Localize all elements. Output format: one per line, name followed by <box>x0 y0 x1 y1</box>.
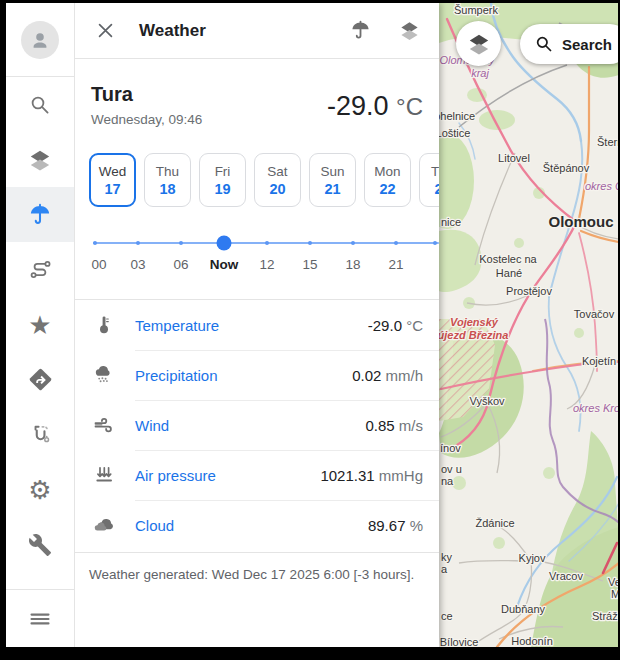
map-label: Vracov <box>549 570 583 582</box>
map-label: Tovačov <box>574 308 615 320</box>
map-label: Kostelec na <box>479 253 537 265</box>
day-card-sat-20[interactable]: Sat 20 <box>254 153 301 207</box>
day-card-fri-19[interactable]: Fri 19 <box>199 153 246 207</box>
slider-label: 18 <box>345 257 360 272</box>
map-label: Strážnice <box>592 610 618 622</box>
map-label: kraj <box>471 67 489 79</box>
layers-icon <box>466 31 492 57</box>
sidebar-item-navigation[interactable] <box>6 352 74 407</box>
location-datetime: Wednesday, 09:46 <box>91 112 202 127</box>
map-view[interactable]: Šumperk Olomoucký kraj Mohelnice Loštice… <box>439 3 618 647</box>
weather-details: Temperature -29.0 °C Precipitation 0.02 … <box>75 299 439 550</box>
day-card-sun-21[interactable]: Sun 21 <box>309 153 356 207</box>
map-label: Olomouc <box>548 213 613 230</box>
map-label: na <box>441 475 454 487</box>
slider-tick <box>179 241 183 245</box>
weather-layers-button[interactable] <box>398 19 421 42</box>
map-label: okres Kroměříž <box>573 402 618 414</box>
sidebar-item-layers[interactable] <box>6 132 74 187</box>
day-selector: Wed 17 Thu 18 Fri 19 Sat 20 Sun 21 Mon 2… <box>75 133 439 207</box>
day-card-mon-22[interactable]: Mon 22 <box>364 153 411 207</box>
map-label: Kyjov <box>519 552 546 564</box>
wrench-icon <box>28 533 52 557</box>
detail-row-precipitation[interactable]: Precipitation 0.02 mm/h <box>75 350 439 400</box>
slider-label: 03 <box>130 257 145 272</box>
weather-generated-note: Weather generated: Wed Dec 17 2025 6:00 … <box>75 552 439 602</box>
map-label: Dubňany <box>501 603 546 615</box>
map-label: Litovel <box>498 152 530 164</box>
map-label: újezd Březina <box>439 329 508 341</box>
sidebar-item-menu[interactable] <box>6 589 74 647</box>
navigation-icon <box>28 367 53 392</box>
slider-tick <box>93 241 97 245</box>
close-button[interactable] <box>89 15 121 47</box>
map-label: Ve <box>608 576 618 588</box>
weather-source-button[interactable] <box>349 19 372 42</box>
app-window: ★ ⚙ <box>6 3 618 647</box>
slider-label: 12 <box>259 257 274 272</box>
map-label: Kojetín <box>582 355 616 367</box>
map-label: Loštice <box>439 127 470 139</box>
sidebar-item-plugins[interactable] <box>6 517 74 572</box>
day-card-tue-23[interactable]: Tue 23 <box>419 153 439 207</box>
slider-tick <box>394 241 398 245</box>
star-icon: ★ <box>28 312 51 338</box>
wind-icon <box>89 413 119 437</box>
map-label: Hané <box>496 267 522 279</box>
sidebar-item-search[interactable] <box>6 77 74 132</box>
sidebar-item-settings[interactable]: ⚙ <box>6 462 74 517</box>
map-search-button[interactable]: Search <box>520 24 618 64</box>
map-layers-button[interactable] <box>456 21 501 66</box>
current-temperature: -29.0 °C <box>327 91 423 122</box>
map-label: ov u <box>441 463 462 475</box>
detail-row-wind[interactable]: Wind 0.85 m/s <box>75 400 439 450</box>
map-label: a <box>441 563 448 575</box>
map-label: okres Olomouc <box>585 180 618 192</box>
layers-icon <box>27 147 53 173</box>
map-label: Šumperk <box>454 4 499 16</box>
avatar <box>21 21 59 59</box>
detail-row-air-pressure[interactable]: Air pressure 1021.31 mmHg <box>75 450 439 500</box>
location-block: Tura Wednesday, 09:46 -29.0 °C <box>75 59 439 133</box>
map-label: ky <box>441 551 453 563</box>
sidebar: ★ ⚙ <box>6 3 75 647</box>
slider-handle[interactable] <box>217 236 232 251</box>
precipitation-icon <box>89 363 119 387</box>
map-label: Bílovice <box>440 636 479 647</box>
sidebar-item-favorites[interactable]: ★ <box>6 297 74 352</box>
sidebar-item-route[interactable] <box>6 242 74 297</box>
search-icon <box>534 34 554 54</box>
pressure-icon <box>89 463 119 487</box>
map-label: Šternberk <box>597 136 618 148</box>
search-button-label: Search <box>562 36 612 53</box>
detail-row-temperature[interactable]: Temperature -29.0 °C <box>75 300 439 350</box>
map-canvas[interactable]: Šumperk Olomoucký kraj Mohelnice Loštice… <box>439 3 618 647</box>
map-label: nice <box>441 216 461 228</box>
day-card-wed-17[interactable]: Wed 17 <box>89 153 136 207</box>
route-icon <box>28 257 53 282</box>
map-label: Štěpánov <box>543 162 590 174</box>
map-label: Vyškov <box>469 395 505 407</box>
sidebar-item-weather[interactable] <box>6 187 74 242</box>
slider-label: 00 <box>91 257 106 272</box>
location-name: Tura <box>91 83 202 106</box>
map-label: Prostějov <box>506 285 552 297</box>
sidebar-item-trip-recording[interactable] <box>6 407 74 462</box>
thermometer-icon <box>89 313 119 337</box>
map-label: Hodonín <box>511 635 553 647</box>
layers-icon <box>398 19 421 42</box>
umbrella-icon <box>27 202 53 228</box>
map-label: ce <box>441 610 453 622</box>
hamburger-menu-icon <box>28 607 52 631</box>
slider-label-now: Now <box>210 257 239 272</box>
slider-tick <box>433 241 437 245</box>
time-slider[interactable]: 00 03 06 Now 12 15 18 21 <box>93 233 439 291</box>
slider-tick <box>308 241 312 245</box>
person-icon <box>28 28 52 52</box>
detail-row-cloud[interactable]: Cloud 89.67 % <box>75 500 439 550</box>
slider-tick <box>351 241 355 245</box>
account-button[interactable] <box>6 3 74 77</box>
day-card-thu-18[interactable]: Thu 18 <box>144 153 191 207</box>
trip-recording-icon <box>28 422 53 447</box>
map-label: Mohelnice <box>439 110 475 122</box>
